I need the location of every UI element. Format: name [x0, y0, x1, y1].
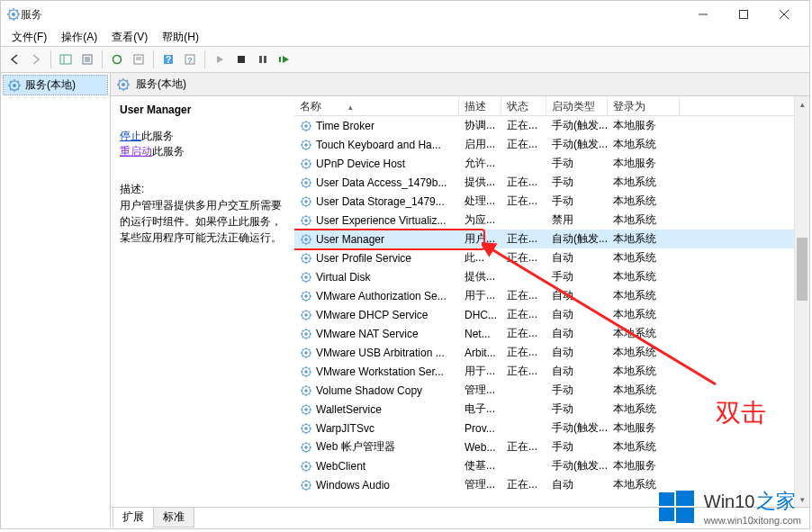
- main-pane: 服务(本地) User Manager 停止此服务 重启动此服务 描述: 用户管…: [111, 73, 809, 527]
- cell-name: User Data Access_1479b...: [316, 176, 447, 189]
- service-icon: [300, 139, 312, 151]
- col-logon[interactable]: 登录为: [608, 96, 680, 115]
- table-row[interactable]: User Data Access_1479b...提供...正在...手动本地系…: [294, 173, 809, 192]
- cell-logon: 本地系统: [608, 269, 680, 284]
- cell-status: 正在...: [501, 326, 546, 341]
- table-row[interactable]: VMware USB Arbitration ...Arbit...正在...自…: [294, 343, 809, 362]
- svg-rect-36: [676, 508, 694, 523]
- maximize-button[interactable]: [723, 2, 763, 27]
- table-row[interactable]: WebClient使基...手动(触发...本地服务: [294, 456, 809, 475]
- menu-view[interactable]: 查看(V): [104, 28, 155, 47]
- desc-text: 用户管理器提供多用户交互所需要的运行时组件。如果停止此服务，某些应用程序可能无法…: [120, 197, 285, 246]
- minimize-button[interactable]: [682, 2, 723, 27]
- vertical-scrollbar[interactable]: ▴ ▾: [794, 96, 809, 507]
- col-startup[interactable]: 启动类型: [546, 96, 608, 115]
- table-row[interactable]: VMware Workstation Ser...用于...正在...自动本地系…: [294, 362, 809, 381]
- service-icon: [300, 120, 312, 132]
- service-icon: [300, 479, 312, 491]
- forward-button[interactable]: [26, 50, 46, 69]
- restart-service-button[interactable]: [275, 50, 294, 69]
- cell-desc: 为应...: [459, 212, 501, 228]
- cell-startup: 手动: [546, 383, 608, 398]
- annotation-text: 双击: [716, 396, 766, 430]
- scroll-up-icon[interactable]: ▴: [795, 96, 809, 112]
- cell-desc: 管理...: [459, 383, 501, 398]
- menu-help[interactable]: 帮助(H): [155, 28, 206, 47]
- properties-button[interactable]: [129, 50, 149, 69]
- table-row[interactable]: Time Broker协调...正在...手动(触发...本地服务: [294, 116, 809, 135]
- table-row[interactable]: Touch Keyboard and Ha...启用...正在...手动(触发.…: [294, 135, 809, 154]
- cell-desc: 此...: [459, 250, 501, 266]
- scroll-thumb[interactable]: [797, 238, 807, 301]
- service-icon: [300, 158, 312, 170]
- cell-desc: 使基...: [459, 458, 501, 473]
- table-row[interactable]: VMware Authorization Se...用于...正在...自动本地…: [294, 286, 809, 305]
- restart-service-link[interactable]: 重启动: [120, 145, 152, 158]
- desc-label: 描述:: [120, 181, 285, 197]
- pause-service-button[interactable]: [253, 50, 273, 69]
- svg-rect-29: [259, 56, 262, 63]
- cell-name: VMware NAT Service: [316, 328, 419, 340]
- service-icon: [300, 252, 312, 265]
- svg-rect-14: [60, 55, 71, 64]
- cell-startup: 自动: [546, 364, 608, 379]
- stop-service-link[interactable]: 停止: [120, 130, 141, 142]
- table-row[interactable]: Web 帐户管理器Web...正在...手动本地系统: [294, 437, 809, 456]
- menu-action[interactable]: 操作(A): [54, 28, 104, 47]
- cell-name: WarpJITSvc: [316, 422, 374, 435]
- start-service-button[interactable]: [210, 50, 230, 69]
- cell-startup: 手动(触发...: [546, 420, 608, 436]
- service-icon: [300, 233, 312, 246]
- svg-rect-31: [279, 57, 281, 62]
- back-button[interactable]: [5, 50, 24, 69]
- table-row[interactable]: Virtual Disk提供...手动本地系统: [294, 267, 809, 286]
- service-icon: [300, 347, 312, 359]
- cell-logon: 本地系统: [608, 364, 680, 379]
- table-row[interactable]: User Profile Service此...正在...自动本地系统: [294, 248, 809, 267]
- menu-file[interactable]: 文件(F): [5, 28, 54, 47]
- window-title: 服务: [21, 7, 42, 23]
- cell-desc: Net...: [459, 328, 501, 340]
- col-desc[interactable]: 描述: [459, 96, 501, 115]
- col-name[interactable]: 名称▴: [294, 96, 459, 115]
- tree-root-services[interactable]: 服务(本地): [3, 75, 108, 95]
- cell-status: 正在...: [501, 364, 546, 379]
- table-row[interactable]: User Manager用户...正在...自动(触发...本地系统: [294, 230, 809, 248]
- export-list-button[interactable]: [77, 50, 97, 69]
- col-status[interactable]: 状态: [501, 96, 546, 115]
- cell-name: Time Broker: [316, 120, 374, 132]
- service-icon: [300, 195, 312, 208]
- close-button[interactable]: [763, 2, 804, 27]
- service-icon: [300, 384, 312, 397]
- table-row[interactable]: UPnP Device Host允许...手动本地服务: [294, 154, 809, 173]
- show-hide-tree-button[interactable]: [56, 50, 76, 69]
- stop-service-button[interactable]: [231, 50, 251, 69]
- table-row[interactable]: VMware DHCP ServiceDHC...正在...自动本地系统: [294, 305, 809, 324]
- table-row[interactable]: VMware NAT ServiceNet...正在...自动本地系统: [294, 324, 809, 343]
- watermark-brand: Win10: [704, 491, 755, 512]
- svg-text:?: ?: [187, 56, 193, 65]
- list-header: 名称▴ 描述 状态 启动类型 登录为: [294, 96, 809, 116]
- cell-status: 正在...: [501, 137, 546, 152]
- cell-desc: 处理...: [459, 194, 501, 209]
- tab-extended[interactable]: 扩展: [113, 508, 154, 527]
- table-row[interactable]: User Experience Virtualiz...为应...禁用本地系统: [294, 211, 809, 230]
- cell-logon: 本地系统: [608, 326, 680, 341]
- selected-service-title: User Manager: [120, 104, 285, 116]
- win10-logo-icon: [657, 487, 697, 527]
- cell-logon: 本地服务: [608, 420, 680, 436]
- refresh-button[interactable]: [107, 50, 127, 69]
- cell-name: User Profile Service: [316, 252, 411, 265]
- help-button-2[interactable]: ?: [180, 50, 200, 69]
- cell-desc: 允许...: [459, 156, 501, 171]
- cell-name: UPnP Device Host: [316, 158, 405, 170]
- cell-name: VMware USB Arbitration ...: [316, 347, 445, 359]
- svg-rect-30: [264, 56, 266, 63]
- svg-text:?: ?: [166, 55, 171, 65]
- help-button[interactable]: ?: [158, 50, 178, 69]
- table-row[interactable]: User Data Storage_1479...处理...正在...手动本地系…: [294, 192, 809, 211]
- service-icon: [300, 328, 312, 340]
- tab-standard[interactable]: 标准: [153, 508, 194, 527]
- tree-pane: 服务(本地): [1, 73, 111, 527]
- cell-startup: 手动(触发...: [546, 118, 608, 133]
